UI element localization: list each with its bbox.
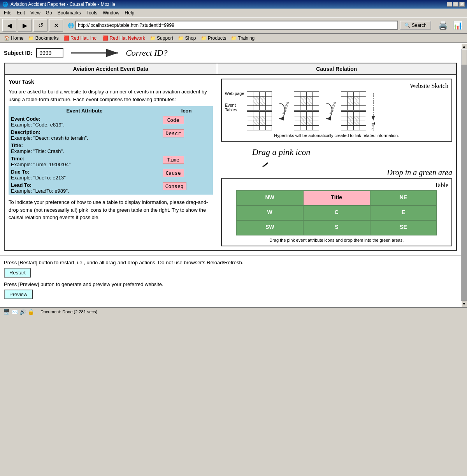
scroll-down-button[interactable]: ▼ <box>461 301 467 307</box>
right-header: Causal Relation <box>217 63 456 75</box>
cell-title[interactable]: Title <box>303 191 370 206</box>
reload-button[interactable]: ↺ <box>33 19 47 32</box>
address-input[interactable] <box>78 23 396 28</box>
attr-row-title: Title: Example: "Title: Crash". <box>9 142 213 155</box>
bookmark-bookmarks[interactable]: 📁 Bookmarks <box>26 35 60 42</box>
left-column: Your Task You are asked to build a websi… <box>4 75 217 251</box>
cell-s[interactable]: S <box>303 220 370 235</box>
attr-row-event-code: Event Code: Example: "Code: e819". Code <box>9 115 213 128</box>
address-icon: 🌐 <box>68 23 74 28</box>
sketch-note: Hyperlinks will be automatically created… <box>225 133 448 138</box>
bookmark-products[interactable]: 📁 Products <box>199 35 228 42</box>
icon-conseq[interactable]: Conseq <box>163 182 186 190</box>
label-description: Description: <box>11 129 158 135</box>
forward-button[interactable]: ▶ <box>18 19 32 32</box>
drop-annotation: Drop in a green area <box>221 168 452 177</box>
browser-content-wrapper: Subject ID: Correct ID? <box>0 43 467 307</box>
mini-table-6 <box>341 111 366 130</box>
example-description: Example: "Descr: crash to terrain". <box>11 135 158 141</box>
bookmarks-bar: 🏠 Home 📁 Bookmarks 🟥 Red Hat, Inc. 🟥 Red… <box>0 34 467 43</box>
cell-e[interactable]: E <box>370 206 437 220</box>
mini-table-5 <box>341 91 366 111</box>
menu-file[interactable]: File <box>2 9 14 16</box>
address-bar[interactable] <box>75 21 398 30</box>
bookmark-redhat[interactable]: 🟥 Red Hat, Inc. <box>62 35 99 42</box>
window-controls[interactable]: _ □ ✕ <box>447 2 465 7</box>
bookmark-redhat-network[interactable]: 🟥 Red Hat Network <box>101 35 147 42</box>
cell-w[interactable]: W <box>236 206 303 220</box>
subject-id-label: Subject ID: <box>4 50 32 56</box>
icon-code[interactable]: Code <box>163 116 184 124</box>
attr-row-description: Description: Example: "Descr: crash to t… <box>9 128 213 142</box>
sketch-title: Website Sketch <box>225 83 448 90</box>
statusbar-text: Document: Done (2.281 secs) <box>40 309 97 314</box>
table-box-title: Table <box>225 182 448 189</box>
statusbar-icon-3: 🔊 <box>19 309 26 315</box>
menu-help[interactable]: Help <box>123 9 137 16</box>
right-column: Website Sketch Web page EventTables <box>217 75 456 251</box>
print2-icon[interactable]: 📊 <box>451 19 465 32</box>
example-title: Example: "Title: Crash". <box>11 148 158 154</box>
window-title: Aviation Accident Reporter - Causal Tabl… <box>11 2 115 7</box>
cell-se[interactable]: SE <box>370 220 437 235</box>
icon-descr[interactable]: Descr <box>163 129 184 137</box>
menu-window[interactable]: Window <box>100 9 122 16</box>
bookmark-home[interactable]: 🏠 Home <box>2 35 25 42</box>
window-icon: 🌐 <box>2 2 8 7</box>
menu-tools[interactable]: Tools <box>84 9 100 16</box>
statusbar-icon-1: 🖥️ <box>3 309 10 315</box>
search-button[interactable]: 🔍 Search <box>400 21 431 30</box>
maximize-button[interactable]: □ <box>453 2 458 7</box>
statusbar-icon-4: 🔒 <box>28 309 34 315</box>
example-event-code: Example: "Code: e819". <box>11 122 158 128</box>
scrollbar-thumb[interactable] <box>462 49 467 65</box>
close-button[interactable]: ✕ <box>459 2 465 7</box>
sketch-box: Website Sketch Web page EventTables <box>221 79 452 142</box>
window-titlebar: 🌐 Aviation Accident Reporter - Causal Ta… <box>0 0 467 9</box>
scrollbar-vertical[interactable]: ▲ ▼ <box>461 43 467 307</box>
icon-header: Icon <box>160 106 213 115</box>
cell-ne[interactable]: NE <box>370 191 437 206</box>
label-dueto: Due To: <box>11 169 158 175</box>
bookmark-shop[interactable]: 📁 Shop <box>176 35 197 42</box>
icon-time[interactable]: Time <box>163 156 184 164</box>
example-time: Example: "Time: 19:00:04" <box>11 162 158 167</box>
subject-id-input[interactable] <box>36 48 63 58</box>
preview-button[interactable]: Preview <box>4 290 33 299</box>
bookmark-support[interactable]: 📁 Support <box>148 35 175 42</box>
bookmark-training[interactable]: 📁 Training <box>229 35 256 42</box>
icon-cause[interactable]: Cause <box>163 169 184 177</box>
menu-edit[interactable]: Edit <box>14 9 27 16</box>
bottom-section: Press [Restart] button to restart, i.e.,… <box>0 255 461 307</box>
search-icon: 🔍 <box>404 23 410 28</box>
printer-icon[interactable]: 🖨️ <box>436 19 450 32</box>
svg-text:Hyperlink: Hyperlink <box>329 101 337 114</box>
main-table: Aviation Accident Event Data Causal Rela… <box>4 63 457 251</box>
restart-button[interactable]: Restart <box>4 268 31 278</box>
task-text-2: To indicate your preference of how to us… <box>9 198 213 221</box>
menu-bookmarks[interactable]: Bookmarks <box>55 9 83 16</box>
event-attr-table: Event Attribute Icon Event Code: Example… <box>9 106 213 195</box>
table-note: Drag the pink event attribute icons and … <box>225 238 448 242</box>
cell-sw[interactable]: SW <box>236 220 303 235</box>
attr-row-dueto: Due To: Example: "DueTo: e213" Cause <box>9 168 213 181</box>
scrollbar-track[interactable] <box>461 49 467 301</box>
menu-go[interactable]: Go <box>44 9 54 16</box>
drag-arrow-svg <box>221 147 338 167</box>
drag-annotation-area: Drag a pink icon <box>221 147 452 167</box>
left-header: Aviation Accident Event Data <box>4 63 217 75</box>
back-button[interactable]: ◀ <box>2 19 16 32</box>
mini-table-2 <box>247 111 272 130</box>
minimize-button[interactable]: _ <box>447 2 452 7</box>
menu-view[interactable]: View <box>28 9 43 16</box>
address-bar-container: 🌐 🔍 Search <box>68 21 431 30</box>
sketch-arrow-2: Hyperlink <box>322 99 338 123</box>
scroll-up-button[interactable]: ▲ <box>461 43 467 49</box>
toolbar: ◀ ▶ ↺ ✕ 🌐 🔍 Search 🖨️ 📊 <box>0 18 467 34</box>
cell-nw[interactable]: NW <box>236 191 303 206</box>
correct-id-text: Correct ID? <box>126 48 167 58</box>
statusbar: 🖥️ ✉️ 🔊 🔒 Document: Done (2.281 secs) <box>0 307 467 316</box>
time-arrow <box>369 91 377 122</box>
cell-c[interactable]: C <box>303 206 370 220</box>
stop-button[interactable]: ✕ <box>49 19 63 32</box>
